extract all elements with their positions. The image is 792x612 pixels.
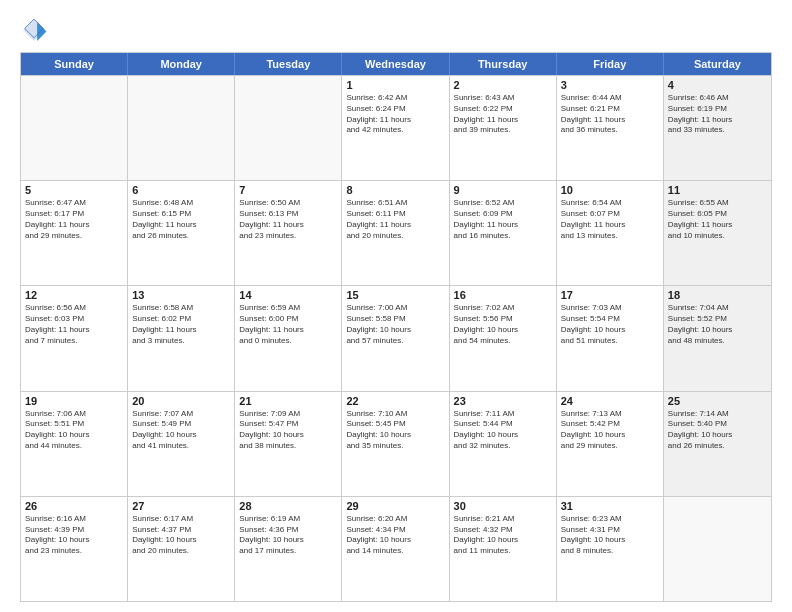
- cell-info-line: Sunset: 6:11 PM: [346, 209, 444, 220]
- logo: [20, 16, 52, 44]
- day-number: 17: [561, 289, 659, 301]
- day-number: 7: [239, 184, 337, 196]
- calendar-cell: 25Sunrise: 7:14 AMSunset: 5:40 PMDayligh…: [664, 392, 771, 496]
- day-of-week-header: Thursday: [450, 53, 557, 75]
- day-number: 9: [454, 184, 552, 196]
- cell-info-line: Sunset: 5:44 PM: [454, 419, 552, 430]
- calendar-cell: 9Sunrise: 6:52 AMSunset: 6:09 PMDaylight…: [450, 181, 557, 285]
- cell-info-line: and 26 minutes.: [668, 441, 767, 452]
- cell-info-line: Daylight: 10 hours: [346, 325, 444, 336]
- cell-info-line: Sunset: 6:22 PM: [454, 104, 552, 115]
- cell-info-line: Daylight: 10 hours: [132, 430, 230, 441]
- calendar-page: SundayMondayTuesdayWednesdayThursdayFrid…: [0, 0, 792, 612]
- day-number: 18: [668, 289, 767, 301]
- day-number: 4: [668, 79, 767, 91]
- day-number: 20: [132, 395, 230, 407]
- cell-info-line: Sunset: 6:00 PM: [239, 314, 337, 325]
- calendar-cell: 20Sunrise: 7:07 AMSunset: 5:49 PMDayligh…: [128, 392, 235, 496]
- cell-info-line: and 0 minutes.: [239, 336, 337, 347]
- cell-info-line: and 20 minutes.: [132, 546, 230, 557]
- cell-info-line: Sunrise: 6:59 AM: [239, 303, 337, 314]
- cell-info-line: Sunset: 5:56 PM: [454, 314, 552, 325]
- cell-info-line: Sunrise: 6:21 AM: [454, 514, 552, 525]
- cell-info-line: Sunset: 5:51 PM: [25, 419, 123, 430]
- cell-info-line: Daylight: 10 hours: [239, 430, 337, 441]
- cell-info-line: and 13 minutes.: [561, 231, 659, 242]
- calendar-cell: 19Sunrise: 7:06 AMSunset: 5:51 PMDayligh…: [21, 392, 128, 496]
- day-number: 24: [561, 395, 659, 407]
- cell-info-line: Sunset: 6:24 PM: [346, 104, 444, 115]
- cell-info-line: Sunset: 4:32 PM: [454, 525, 552, 536]
- day-of-week-header: Saturday: [664, 53, 771, 75]
- cell-info-line: Sunset: 4:31 PM: [561, 525, 659, 536]
- cell-info-line: and 7 minutes.: [25, 336, 123, 347]
- calendar-cell: 3Sunrise: 6:44 AMSunset: 6:21 PMDaylight…: [557, 76, 664, 180]
- calendar-cell: 10Sunrise: 6:54 AMSunset: 6:07 PMDayligh…: [557, 181, 664, 285]
- cell-info-line: and 41 minutes.: [132, 441, 230, 452]
- cell-info-line: and 20 minutes.: [346, 231, 444, 242]
- cell-info-line: and 57 minutes.: [346, 336, 444, 347]
- calendar-cell: [235, 76, 342, 180]
- cell-info-line: Sunset: 5:54 PM: [561, 314, 659, 325]
- calendar-cell: 2Sunrise: 6:43 AMSunset: 6:22 PMDaylight…: [450, 76, 557, 180]
- cell-info-line: Sunrise: 6:20 AM: [346, 514, 444, 525]
- cell-info-line: and 16 minutes.: [454, 231, 552, 242]
- cell-info-line: Sunset: 6:17 PM: [25, 209, 123, 220]
- day-number: 21: [239, 395, 337, 407]
- cell-info-line: Sunrise: 6:23 AM: [561, 514, 659, 525]
- day-number: 14: [239, 289, 337, 301]
- cell-info-line: Daylight: 11 hours: [561, 220, 659, 231]
- calendar-cell: 24Sunrise: 7:13 AMSunset: 5:42 PMDayligh…: [557, 392, 664, 496]
- day-number: 13: [132, 289, 230, 301]
- calendar-cell: 16Sunrise: 7:02 AMSunset: 5:56 PMDayligh…: [450, 286, 557, 390]
- calendar-cell: 23Sunrise: 7:11 AMSunset: 5:44 PMDayligh…: [450, 392, 557, 496]
- cell-info-line: and 42 minutes.: [346, 125, 444, 136]
- day-of-week-header: Wednesday: [342, 53, 449, 75]
- calendar: SundayMondayTuesdayWednesdayThursdayFrid…: [20, 52, 772, 602]
- logo-icon: [20, 16, 48, 44]
- day-number: 2: [454, 79, 552, 91]
- cell-info-line: and 51 minutes.: [561, 336, 659, 347]
- calendar-week-row: 5Sunrise: 6:47 AMSunset: 6:17 PMDaylight…: [21, 180, 771, 285]
- calendar-cell: 17Sunrise: 7:03 AMSunset: 5:54 PMDayligh…: [557, 286, 664, 390]
- cell-info-line: Daylight: 11 hours: [346, 115, 444, 126]
- cell-info-line: Sunset: 6:13 PM: [239, 209, 337, 220]
- day-number: 3: [561, 79, 659, 91]
- cell-info-line: Sunset: 5:58 PM: [346, 314, 444, 325]
- cell-info-line: Sunset: 6:09 PM: [454, 209, 552, 220]
- cell-info-line: Sunset: 6:03 PM: [25, 314, 123, 325]
- day-of-week-header: Monday: [128, 53, 235, 75]
- cell-info-line: Sunrise: 6:47 AM: [25, 198, 123, 209]
- day-number: 12: [25, 289, 123, 301]
- calendar-cell: 6Sunrise: 6:48 AMSunset: 6:15 PMDaylight…: [128, 181, 235, 285]
- cell-info-line: Sunrise: 7:04 AM: [668, 303, 767, 314]
- cell-info-line: Daylight: 11 hours: [132, 325, 230, 336]
- calendar-cell: 8Sunrise: 6:51 AMSunset: 6:11 PMDaylight…: [342, 181, 449, 285]
- day-number: 1: [346, 79, 444, 91]
- cell-info-line: and 14 minutes.: [346, 546, 444, 557]
- calendar-week-row: 19Sunrise: 7:06 AMSunset: 5:51 PMDayligh…: [21, 391, 771, 496]
- cell-info-line: Daylight: 10 hours: [454, 325, 552, 336]
- calendar-cell: [128, 76, 235, 180]
- cell-info-line: Daylight: 11 hours: [346, 220, 444, 231]
- day-number: 27: [132, 500, 230, 512]
- cell-info-line: Daylight: 10 hours: [132, 535, 230, 546]
- cell-info-line: and 54 minutes.: [454, 336, 552, 347]
- cell-info-line: Sunset: 5:47 PM: [239, 419, 337, 430]
- cell-info-line: and 36 minutes.: [561, 125, 659, 136]
- calendar-cell: 30Sunrise: 6:21 AMSunset: 4:32 PMDayligh…: [450, 497, 557, 601]
- cell-info-line: Sunrise: 6:43 AM: [454, 93, 552, 104]
- day-number: 11: [668, 184, 767, 196]
- calendar-cell: 13Sunrise: 6:58 AMSunset: 6:02 PMDayligh…: [128, 286, 235, 390]
- cell-info-line: Daylight: 10 hours: [668, 430, 767, 441]
- cell-info-line: Sunset: 4:36 PM: [239, 525, 337, 536]
- cell-info-line: Daylight: 11 hours: [239, 220, 337, 231]
- cell-info-line: Sunset: 5:52 PM: [668, 314, 767, 325]
- day-number: 19: [25, 395, 123, 407]
- page-header: [20, 16, 772, 44]
- cell-info-line: and 38 minutes.: [239, 441, 337, 452]
- cell-info-line: Daylight: 10 hours: [239, 535, 337, 546]
- cell-info-line: Sunrise: 7:09 AM: [239, 409, 337, 420]
- day-number: 8: [346, 184, 444, 196]
- cell-info-line: and 10 minutes.: [668, 231, 767, 242]
